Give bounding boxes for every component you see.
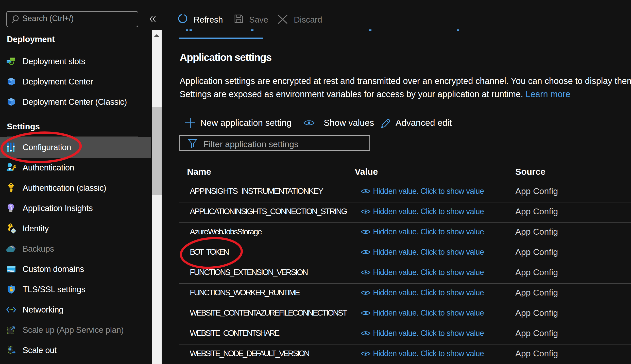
svg-text:www: www — [7, 269, 14, 272]
